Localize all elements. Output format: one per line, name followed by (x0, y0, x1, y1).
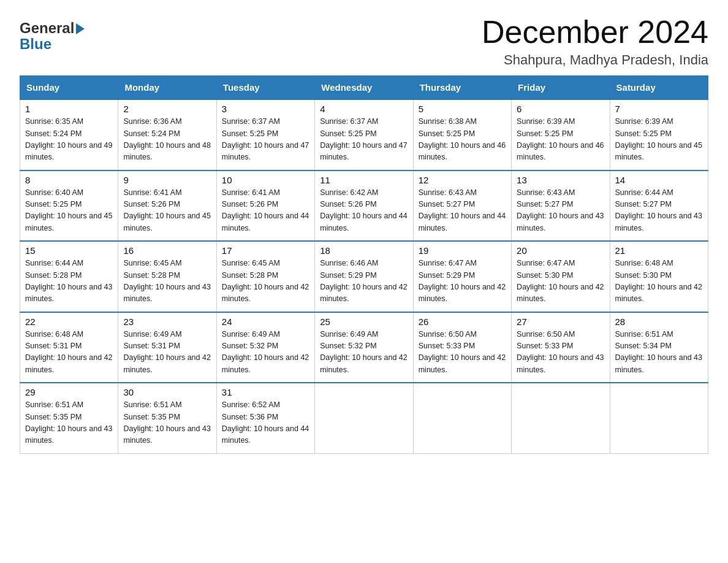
day-number: 3 (222, 104, 309, 114)
table-row: 6 Sunrise: 6:39 AM Sunset: 5:25 PM Dayli… (512, 99, 610, 170)
table-row: 27 Sunrise: 6:50 AM Sunset: 5:33 PM Dayl… (512, 312, 610, 383)
table-row: 28 Sunrise: 6:51 AM Sunset: 5:34 PM Dayl… (610, 312, 708, 383)
day-info: Sunrise: 6:51 AM Sunset: 5:35 PM Dayligh… (123, 399, 211, 447)
day-number: 17 (222, 245, 309, 256)
page-header: General Blue December 2024 Shahpura, Mad… (20, 15, 708, 68)
calendar-title: December 2024 (482, 15, 708, 50)
day-number: 31 (222, 387, 309, 397)
day-number: 13 (517, 175, 604, 185)
header-saturday: Saturday (610, 76, 708, 100)
day-info: Sunrise: 6:43 AM Sunset: 5:27 PM Dayligh… (419, 187, 506, 235)
header-thursday: Thursday (413, 76, 511, 100)
day-number: 23 (123, 316, 211, 327)
table-row: 8 Sunrise: 6:40 AM Sunset: 5:25 PM Dayli… (20, 170, 118, 242)
table-row: 2 Sunrise: 6:36 AM Sunset: 5:24 PM Dayli… (118, 99, 216, 170)
day-info: Sunrise: 6:49 AM Sunset: 5:31 PM Dayligh… (123, 329, 211, 377)
calendar-week-row: 22 Sunrise: 6:48 AM Sunset: 5:31 PM Dayl… (20, 312, 708, 383)
day-info: Sunrise: 6:51 AM Sunset: 5:35 PM Dayligh… (25, 399, 113, 447)
day-info: Sunrise: 6:50 AM Sunset: 5:33 PM Dayligh… (419, 329, 506, 377)
day-number: 16 (123, 245, 211, 256)
day-info: Sunrise: 6:42 AM Sunset: 5:26 PM Dayligh… (320, 187, 408, 235)
day-number: 1 (25, 104, 113, 114)
day-number: 6 (517, 104, 604, 114)
day-number: 4 (320, 104, 408, 114)
table-row: 19 Sunrise: 6:47 AM Sunset: 5:29 PM Dayl… (413, 241, 511, 312)
day-number: 25 (320, 316, 408, 327)
day-info: Sunrise: 6:46 AM Sunset: 5:29 PM Dayligh… (320, 258, 408, 305)
day-info: Sunrise: 6:43 AM Sunset: 5:27 PM Dayligh… (517, 187, 604, 235)
header-friday: Friday (512, 76, 610, 100)
calendar-table: Sunday Monday Tuesday Wednesday Thursday… (20, 75, 708, 454)
table-row: 7 Sunrise: 6:39 AM Sunset: 5:25 PM Dayli… (610, 99, 708, 170)
day-number: 11 (320, 175, 408, 185)
day-info: Sunrise: 6:39 AM Sunset: 5:25 PM Dayligh… (615, 116, 703, 164)
day-number: 5 (419, 104, 506, 114)
calendar-week-row: 1 Sunrise: 6:35 AM Sunset: 5:24 PM Dayli… (20, 99, 708, 170)
day-number: 20 (517, 245, 604, 256)
day-number: 14 (615, 175, 703, 185)
day-info: Sunrise: 6:47 AM Sunset: 5:29 PM Dayligh… (419, 258, 506, 305)
logo-general-text: General (20, 20, 74, 37)
table-row: 10 Sunrise: 6:41 AM Sunset: 5:26 PM Dayl… (216, 170, 314, 242)
table-row: 30 Sunrise: 6:51 AM Sunset: 5:35 PM Dayl… (118, 383, 216, 453)
calendar-week-row: 29 Sunrise: 6:51 AM Sunset: 5:35 PM Dayl… (20, 383, 708, 453)
day-number: 24 (222, 316, 309, 327)
table-row: 24 Sunrise: 6:49 AM Sunset: 5:32 PM Dayl… (216, 312, 314, 383)
day-info: Sunrise: 6:37 AM Sunset: 5:25 PM Dayligh… (222, 116, 309, 164)
day-number: 15 (25, 245, 113, 256)
title-block: December 2024 Shahpura, Madhya Pradesh, … (482, 15, 708, 68)
day-number: 29 (25, 387, 113, 397)
day-number: 10 (222, 175, 309, 185)
table-row: 11 Sunrise: 6:42 AM Sunset: 5:26 PM Dayl… (315, 170, 413, 242)
day-info: Sunrise: 6:44 AM Sunset: 5:28 PM Dayligh… (25, 258, 113, 305)
day-info: Sunrise: 6:41 AM Sunset: 5:26 PM Dayligh… (123, 187, 211, 235)
day-info: Sunrise: 6:48 AM Sunset: 5:30 PM Dayligh… (615, 258, 703, 305)
day-info: Sunrise: 6:41 AM Sunset: 5:26 PM Dayligh… (222, 187, 309, 235)
day-info: Sunrise: 6:49 AM Sunset: 5:32 PM Dayligh… (320, 329, 408, 377)
table-row: 16 Sunrise: 6:45 AM Sunset: 5:28 PM Dayl… (118, 241, 216, 312)
day-info: Sunrise: 6:38 AM Sunset: 5:25 PM Dayligh… (419, 116, 506, 164)
header-wednesday: Wednesday (315, 76, 413, 100)
table-row: 26 Sunrise: 6:50 AM Sunset: 5:33 PM Dayl… (413, 312, 511, 383)
day-info: Sunrise: 6:37 AM Sunset: 5:25 PM Dayligh… (320, 116, 408, 164)
day-info: Sunrise: 6:51 AM Sunset: 5:34 PM Dayligh… (615, 329, 703, 377)
table-row: 21 Sunrise: 6:48 AM Sunset: 5:30 PM Dayl… (610, 241, 708, 312)
table-row: 1 Sunrise: 6:35 AM Sunset: 5:24 PM Dayli… (20, 99, 118, 170)
header-monday: Monday (118, 76, 216, 100)
day-info: Sunrise: 6:45 AM Sunset: 5:28 PM Dayligh… (123, 258, 211, 305)
day-number: 19 (419, 245, 506, 256)
day-number: 18 (320, 245, 408, 256)
header-sunday: Sunday (20, 76, 118, 100)
day-info: Sunrise: 6:52 AM Sunset: 5:36 PM Dayligh… (222, 399, 309, 447)
day-info: Sunrise: 6:35 AM Sunset: 5:24 PM Dayligh… (25, 116, 113, 164)
day-info: Sunrise: 6:47 AM Sunset: 5:30 PM Dayligh… (517, 258, 604, 305)
calendar-location: Shahpura, Madhya Pradesh, India (482, 52, 708, 68)
table-row: 15 Sunrise: 6:44 AM Sunset: 5:28 PM Dayl… (20, 241, 118, 312)
day-number: 7 (615, 104, 703, 114)
table-row: 23 Sunrise: 6:49 AM Sunset: 5:31 PM Dayl… (118, 312, 216, 383)
table-row: 20 Sunrise: 6:47 AM Sunset: 5:30 PM Dayl… (512, 241, 610, 312)
day-info: Sunrise: 6:44 AM Sunset: 5:27 PM Dayligh… (615, 187, 703, 235)
day-info: Sunrise: 6:48 AM Sunset: 5:31 PM Dayligh… (25, 329, 113, 377)
day-number: 8 (25, 175, 113, 185)
table-row (512, 383, 610, 453)
table-row (315, 383, 413, 453)
table-row: 14 Sunrise: 6:44 AM Sunset: 5:27 PM Dayl… (610, 170, 708, 242)
table-row: 29 Sunrise: 6:51 AM Sunset: 5:35 PM Dayl… (20, 383, 118, 453)
table-row: 13 Sunrise: 6:43 AM Sunset: 5:27 PM Dayl… (512, 170, 610, 242)
day-number: 28 (615, 316, 703, 327)
table-row: 3 Sunrise: 6:37 AM Sunset: 5:25 PM Dayli… (216, 99, 314, 170)
day-number: 22 (25, 316, 113, 327)
table-row (413, 383, 511, 453)
table-row: 18 Sunrise: 6:46 AM Sunset: 5:29 PM Dayl… (315, 241, 413, 312)
table-row: 25 Sunrise: 6:49 AM Sunset: 5:32 PM Dayl… (315, 312, 413, 383)
table-row: 12 Sunrise: 6:43 AM Sunset: 5:27 PM Dayl… (413, 170, 511, 242)
table-row (610, 383, 708, 453)
table-row: 31 Sunrise: 6:52 AM Sunset: 5:36 PM Dayl… (216, 383, 314, 453)
day-info: Sunrise: 6:45 AM Sunset: 5:28 PM Dayligh… (222, 258, 309, 305)
calendar-week-row: 15 Sunrise: 6:44 AM Sunset: 5:28 PM Dayl… (20, 241, 708, 312)
day-number: 9 (123, 175, 211, 185)
table-row: 22 Sunrise: 6:48 AM Sunset: 5:31 PM Dayl… (20, 312, 118, 383)
day-number: 21 (615, 245, 703, 256)
day-number: 12 (419, 175, 506, 185)
